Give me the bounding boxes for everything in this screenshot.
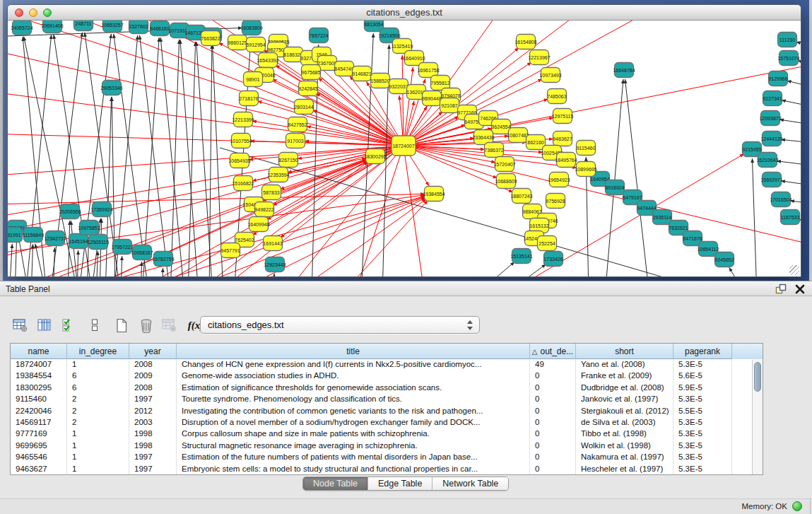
graph-node[interactable]: 16083809 xyxy=(240,21,262,35)
graph-node[interactable]: 17359924 xyxy=(90,202,112,217)
graph-node[interactable]: 9322037 xyxy=(389,79,408,94)
graph-node[interactable]: 1527602 xyxy=(129,21,148,34)
graph-node[interactable]: 9756928 xyxy=(546,194,565,209)
graph-node[interactable]: 917003 xyxy=(286,134,305,148)
table-cell[interactable]: Estimation of the future numbers of pati… xyxy=(177,452,530,463)
graph-node[interactable]: 17957223 xyxy=(111,240,133,255)
graph-node[interactable]: 20206556 xyxy=(59,204,81,219)
table-settings-icon[interactable] xyxy=(11,317,28,334)
column-header-name[interactable]: name xyxy=(11,344,67,359)
graph-node[interactable]: 8454749 xyxy=(334,62,353,76)
table-cell[interactable]: Corpus callosum shape and size in male p… xyxy=(177,428,530,440)
table-cell[interactable]: 9463627 xyxy=(11,464,67,475)
graph-node[interactable]: 18495764 xyxy=(555,153,577,168)
citation-network-graph[interactable]: 2405572420691406248711106532571527602846… xyxy=(8,21,801,276)
graph-node[interactable]: 19654923 xyxy=(548,173,570,187)
graph-node[interactable]: 9498222 xyxy=(254,202,273,217)
column-header-pagerank[interactable]: pagerank xyxy=(673,344,732,359)
graph-node[interactable]: 8427552 xyxy=(288,117,307,132)
graph-node[interactable]: 10688609 xyxy=(495,174,517,189)
table-cell[interactable]: 0 xyxy=(530,464,576,475)
graph-node[interactable]: 16154808 xyxy=(514,35,536,49)
table-row[interactable]: 911546021997Tourette syndrome. Phenomeno… xyxy=(11,394,763,405)
table-cell[interactable]: 2 xyxy=(67,406,129,417)
delete-table-icon[interactable] xyxy=(138,317,155,334)
table-cell[interactable]: 5.5E-5 xyxy=(673,406,732,417)
table-cell[interactable]: 5.3E-5 xyxy=(673,417,732,428)
graph-node[interactable]: 17016504 xyxy=(770,192,792,207)
table-row[interactable]: 1872400712008Changes of HCN gene express… xyxy=(11,359,763,370)
table-cell[interactable]: Changes of HCN gene expression and I(f) … xyxy=(177,359,530,370)
table-cell[interactable]: 2009 xyxy=(129,370,177,382)
graph-node[interactable]: 3624554 xyxy=(491,119,510,134)
graph-node[interactable]: 10653257 xyxy=(101,21,123,33)
graph-node[interactable]: 1691443 xyxy=(263,236,282,251)
table-cell[interactable]: 14569117 xyxy=(11,417,67,428)
graph-node[interactable]: 248711 xyxy=(74,21,93,31)
table-row[interactable]: 1456911722003Disruption of a novel membe… xyxy=(11,417,763,428)
table-cell[interactable]: 5.6E-5 xyxy=(673,370,732,382)
table-cell[interactable]: 2008 xyxy=(129,359,177,370)
table-cell[interactable]: 1997 xyxy=(129,394,177,405)
table-cell[interactable]: 5.9E-5 xyxy=(673,382,732,394)
graph-node[interactable]: 9890448 xyxy=(422,91,441,106)
table-row[interactable]: 946362711997Embryonic stem cells: a mode… xyxy=(11,464,763,475)
table-cell[interactable]: Yano et al. (2008) xyxy=(576,359,673,370)
table-cell[interactable]: 2 xyxy=(67,394,129,405)
table-cell[interactable]: 5.3E-5 xyxy=(673,428,732,440)
graph-node[interactable]: 12213967 xyxy=(528,50,550,65)
graph-node[interactable]: 16782759 xyxy=(152,252,174,267)
column-visibility-icon[interactable] xyxy=(36,317,53,334)
table-cell[interactable]: 0 xyxy=(530,417,576,428)
graph-node[interactable]: 10958167 xyxy=(131,245,153,260)
table-cell[interactable]: 0 xyxy=(530,440,576,452)
table-cell[interactable]: Embryonic stem cells: a model to study s… xyxy=(177,464,530,475)
table-cell[interactable]: 1997 xyxy=(129,452,177,463)
table-cell[interactable]: 22420046 xyxy=(11,406,67,417)
table-cell[interactable]: 5.3E-5 xyxy=(673,359,732,370)
graph-node[interactable]: 1645194 xyxy=(69,234,88,249)
graph-node[interactable]: 15720407 xyxy=(493,157,515,172)
graph-node[interactable]: 9463627 xyxy=(553,132,572,146)
graph-node[interactable]: 9227341 xyxy=(763,91,782,106)
graph-node[interactable]: 10973493 xyxy=(539,68,561,83)
table-cell[interactable]: 18300295 xyxy=(11,382,67,394)
graph-node[interactable]: 10975857 xyxy=(78,221,100,235)
graph-node[interactable]: 9242845 xyxy=(298,81,317,96)
graph-node[interactable]: 12093873 xyxy=(759,111,781,126)
table-cell[interactable]: 1 xyxy=(67,428,129,440)
table-cell[interactable]: 49 xyxy=(530,359,576,370)
graph-node[interactable]: 24055724 xyxy=(11,21,33,35)
graph-node[interactable]: 1588520 xyxy=(370,74,389,88)
table-cell[interactable]: 0 xyxy=(530,370,576,382)
graph-node[interactable]: 16210643 xyxy=(756,153,778,168)
graph-node[interactable]: 10899695 xyxy=(575,162,596,177)
graph-node[interactable]: 12505115 xyxy=(88,235,110,250)
graph-node[interactable]: 8918924 xyxy=(605,180,624,195)
table-cell[interactable]: Structural magnetic resonance image aver… xyxy=(177,440,530,452)
graph-node[interactable]: 8466160 xyxy=(150,21,169,36)
column-header-in-degree[interactable]: in_degree xyxy=(67,344,129,359)
graph-node[interactable]: 15135141 xyxy=(510,249,532,264)
network-window[interactable]: citations_edges.txt 24055724206914062487… xyxy=(7,4,801,277)
table-cell[interactable]: Stergiakouli et al. (2012) xyxy=(576,406,673,417)
table-cell[interactable]: Genome-wide association studies in ADHD. xyxy=(177,370,530,382)
tab-edge-table[interactable]: Edge Table xyxy=(368,477,433,490)
graph-node[interactable]: 15751074 xyxy=(777,51,799,66)
graph-node[interactable]: 98901 xyxy=(244,72,263,87)
graph-node[interactable]: 12342737 xyxy=(44,231,66,246)
table-cell[interactable]: 2003 xyxy=(129,417,177,428)
graph-node[interactable]: 8267150 xyxy=(278,153,298,168)
table-cell[interactable]: Wolkin et al. (1998) xyxy=(576,440,673,452)
graph-node[interactable]: 7663822 xyxy=(201,31,220,46)
graph-node[interactable]: 15166822 xyxy=(232,176,254,191)
column-header-short[interactable]: short xyxy=(576,344,673,359)
graph-node[interactable]: 9860125 xyxy=(228,35,247,50)
table-cell[interactable]: 5.3E-5 xyxy=(673,464,732,475)
graph-node[interactable]: 252254 xyxy=(538,236,557,251)
table-cell[interactable]: 1998 xyxy=(129,440,177,452)
network-window-titlebar[interactable]: citations_edges.txt xyxy=(8,5,801,21)
table-cell[interactable]: 2012 xyxy=(129,406,177,417)
table-cell[interactable]: 0 xyxy=(530,394,576,405)
table-cell[interactable]: Hescheler et al. (1997) xyxy=(576,464,673,475)
